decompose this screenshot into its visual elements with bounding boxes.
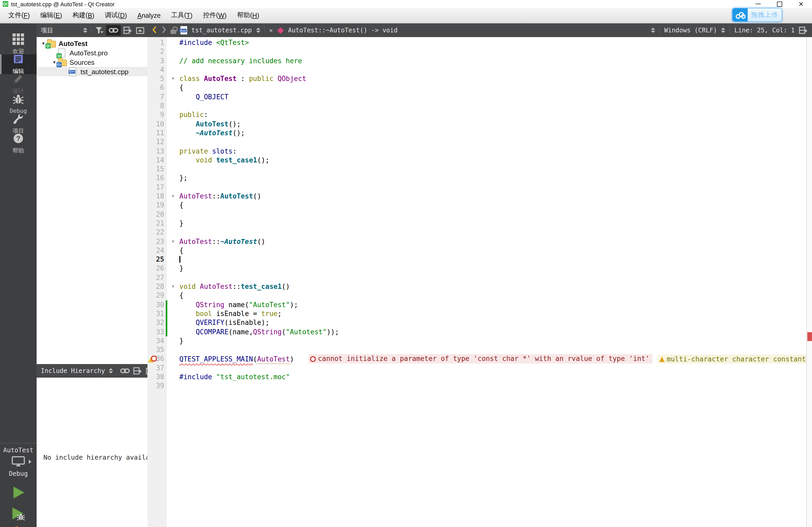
code-line-22[interactable]: 22 — [147, 228, 812, 237]
line-number[interactable]: 34 — [147, 336, 167, 346]
code-line-31[interactable]: 31 bool isEnable = true; — [147, 309, 812, 318]
line-number[interactable]: 11 — [147, 129, 167, 138]
code-line-24[interactable]: 24{ — [147, 246, 812, 255]
line-number[interactable]: 23 — [147, 237, 167, 246]
code-line-12[interactable]: 12 — [147, 138, 812, 147]
code-line-2[interactable]: 2 — [147, 47, 812, 56]
code-line-30[interactable]: 30 QString name("AutoTest"); — [147, 300, 812, 309]
code-line-16[interactable]: 16}; — [147, 174, 812, 183]
split-panel-icon[interactable] — [133, 367, 142, 375]
line-number[interactable]: 18 — [147, 192, 167, 201]
open-document-name[interactable]: tst_autotest.cpp — [191, 27, 252, 34]
code-line-11[interactable]: 11 ~AutoTest(); — [147, 129, 812, 138]
split-panel-icon[interactable] — [124, 27, 132, 34]
line-number[interactable]: 31 — [147, 309, 167, 318]
line-number[interactable]: 7 — [147, 92, 167, 102]
forward-icon[interactable] — [161, 25, 166, 35]
line-number[interactable]: 4 — [147, 65, 167, 74]
code-line-26[interactable]: 26} — [147, 264, 812, 273]
close-button[interactable]: ✕ — [797, 0, 805, 7]
line-number[interactable]: 13 — [147, 147, 167, 156]
line-number[interactable]: 9 — [147, 110, 167, 120]
menu-item[interactable]: Analyze — [132, 8, 166, 23]
menu-item[interactable]: 帮助(H) — [232, 8, 264, 23]
code-line-1[interactable]: 1#include <QtTest> — [147, 38, 812, 47]
tree-item-autotest[interactable]: ▼QtAutoTest — [37, 39, 147, 48]
kit-selector[interactable]: AutoTest Debug — [0, 443, 37, 527]
panel-to-top-icon[interactable] — [136, 27, 144, 34]
back-icon[interactable] — [151, 25, 157, 35]
menu-item[interactable]: 文件(F) — [3, 8, 35, 23]
line-number[interactable]: 1 — [147, 38, 167, 47]
line-number[interactable]: 3 — [147, 56, 167, 65]
line-number[interactable]: 28 — [147, 282, 167, 291]
code-line-10[interactable]: 10 AutoTest(); — [147, 119, 812, 129]
line-number[interactable]: 20 — [147, 210, 167, 219]
tree-item-autotest-pro[interactable]: QtAutoTest.pro — [37, 48, 147, 58]
line-ending-dropdown-icon[interactable] — [721, 28, 725, 33]
menu-item[interactable]: 工具(T) — [166, 8, 198, 23]
mode-bug[interactable]: Debug — [0, 94, 37, 114]
sync-with-editor-icon[interactable] — [106, 25, 121, 35]
code-line-15[interactable]: 15 — [147, 165, 812, 174]
mode-wrench[interactable]: 项目 — [0, 114, 37, 134]
code-line-32[interactable]: 32 QVERIFY(isEnable); — [147, 318, 812, 327]
line-number[interactable]: 12 — [147, 138, 167, 147]
code-line-4[interactable]: 4 — [147, 65, 812, 74]
line-number[interactable]: 25 — [147, 255, 167, 264]
run-button[interactable] — [12, 486, 25, 501]
current-symbol[interactable]: AutoTest::~AutoTest() -> void — [288, 27, 397, 34]
panel-selector-spinner-icon[interactable] — [83, 28, 87, 33]
code-line-5[interactable]: 5▼class AutoTest : public QObject — [147, 74, 812, 83]
code-line-3[interactable]: 3// add necessary includes here — [147, 56, 812, 65]
line-number[interactable]: 35 — [147, 345, 167, 355]
maximize-button[interactable] — [776, 0, 783, 7]
line-ending-selector[interactable]: Windows (CRLF) — [664, 27, 717, 34]
code-line-14[interactable]: 14 void test_case1(); — [147, 156, 812, 165]
code-line-6[interactable]: 6{ — [147, 83, 812, 92]
mode-document[interactable]: 编辑 — [0, 54, 37, 74]
code-editor[interactable]: 1#include <QtTest>23// add necessary inc… — [147, 37, 812, 527]
debug-run-button[interactable] — [11, 507, 26, 523]
line-number[interactable]: 17 — [147, 183, 167, 192]
close-document-icon[interactable]: ✕ — [269, 27, 273, 34]
line-number[interactable]: 38 — [147, 372, 167, 381]
editor-scrollbar[interactable] — [806, 37, 812, 527]
line-number[interactable]: 39 — [147, 381, 167, 391]
code-line-25[interactable]: 25 — [147, 255, 812, 264]
sync-with-editor-icon[interactable] — [120, 368, 130, 374]
menu-item[interactable]: 构建(B) — [67, 8, 99, 23]
line-number[interactable]: 21 — [147, 219, 167, 228]
code-line-39[interactable]: 39 — [147, 381, 812, 391]
code-line-18[interactable]: 18▼AutoTest::AutoTest() — [147, 192, 812, 201]
line-number[interactable]: 19 — [147, 201, 167, 210]
line-number[interactable]: 24 — [147, 246, 167, 255]
line-number[interactable]: 8 — [147, 101, 167, 110]
line-number[interactable]: 26 — [147, 264, 167, 273]
line-number[interactable]: 33 — [147, 327, 167, 336]
line-number[interactable]: 5 — [147, 74, 167, 83]
mode-grid[interactable]: 欢迎 — [0, 34, 37, 54]
symbol-dropdown-icon[interactable] — [651, 28, 655, 33]
line-number[interactable]: 10 — [147, 119, 167, 129]
line-number[interactable]: 16 — [147, 174, 167, 183]
line-number[interactable]: 30 — [147, 300, 167, 309]
code-line-35[interactable]: 35 — [147, 345, 812, 355]
line-number[interactable]: 14 — [147, 156, 167, 165]
line-number[interactable]: 2 — [147, 47, 167, 56]
menu-item[interactable]: 编辑(E) — [35, 8, 67, 23]
document-dropdown-icon[interactable] — [256, 28, 260, 33]
fold-marker-icon[interactable]: ▼ — [167, 74, 179, 83]
code-line-20[interactable]: 20 — [147, 210, 812, 219]
code-line-19[interactable]: 19{ — [147, 201, 812, 210]
minimize-button[interactable] — [754, 0, 762, 7]
code-line-9[interactable]: 9public: — [147, 110, 812, 120]
code-line-17[interactable]: 17 — [147, 183, 812, 192]
code-line-34[interactable]: 34} — [147, 336, 812, 346]
split-editor-icon[interactable] — [799, 27, 808, 34]
menu-item[interactable]: 控件(W) — [198, 8, 232, 23]
code-line-23[interactable]: 23▼AutoTest::~AutoTest() — [147, 237, 812, 246]
panel-selector-spinner-icon[interactable] — [109, 368, 113, 374]
code-line-33[interactable]: 33 QCOMPARE(name,QString("Autotest")); — [147, 327, 812, 336]
line-number[interactable]: 37 — [147, 363, 167, 372]
